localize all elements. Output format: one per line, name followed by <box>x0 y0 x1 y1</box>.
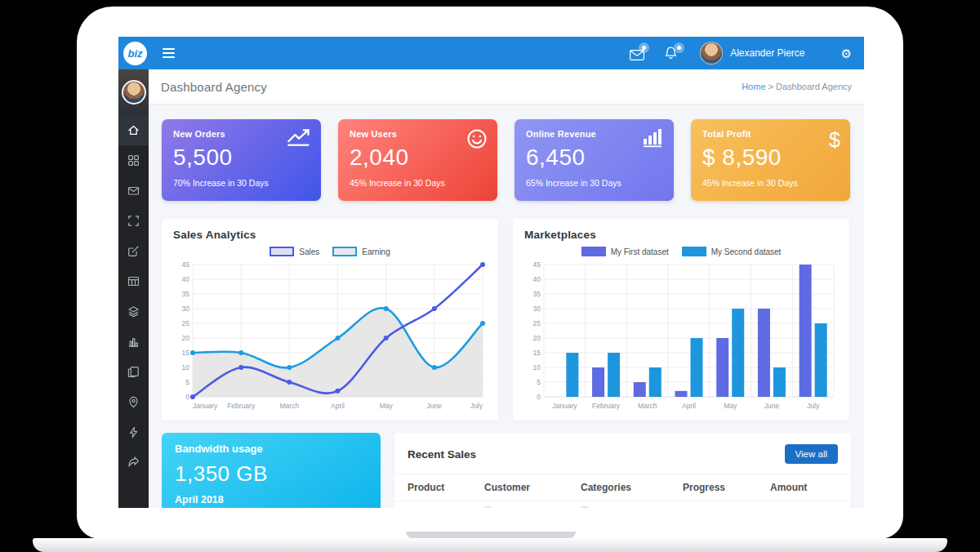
bell-icon[interactable] <box>665 47 679 60</box>
legend-chip <box>581 247 606 256</box>
legend-item[interactable]: Sales <box>270 247 319 256</box>
sidebar-item-compose[interactable] <box>118 236 149 266</box>
sidebar-item-charts[interactable] <box>118 327 149 357</box>
sidebar <box>118 69 149 508</box>
stat-label: New Users <box>350 129 486 139</box>
mail-icon[interactable] <box>630 47 644 60</box>
stat-value: 6,450 <box>526 145 662 171</box>
legend-chip <box>682 247 706 256</box>
svg-text:25: 25 <box>533 319 541 327</box>
page-title: Dashboard Agency <box>161 80 267 94</box>
bottom-row: Bandwidth usage 1,350 GB April 2018 Rece… <box>162 433 851 508</box>
svg-text:20: 20 <box>533 334 541 342</box>
line-chart: 051015202530354045JanuaryFebruaryMarchAp… <box>173 260 487 413</box>
svg-text:March: March <box>638 402 657 410</box>
stat-card-online-revenue: Online Revenue 6,450 65% Increase in 30 … <box>514 119 674 201</box>
legend-item[interactable]: Earning <box>332 247 390 256</box>
svg-text:June: June <box>427 402 443 410</box>
laptop-mockup: biz Alexander P <box>0 0 980 552</box>
bandwidth-period: April 2018 <box>175 494 368 505</box>
sidebar-item-apps[interactable] <box>118 145 149 176</box>
stat-value: 5,500 <box>173 145 310 171</box>
recent-sales-header: Recent Sales View all <box>394 433 851 474</box>
svg-text:40: 40 <box>182 275 190 283</box>
svg-text:July: July <box>807 402 820 410</box>
bandwidth-title: Bandwidth usage <box>175 443 368 455</box>
table-row <box>394 501 851 508</box>
svg-text:25: 25 <box>182 319 190 327</box>
breadcrumb-separator: > <box>766 82 777 91</box>
svg-text:20: 20 <box>182 334 190 342</box>
content: New Orders 5,500 70% Increase in 30 Days… <box>149 104 864 508</box>
sidebar-item-share[interactable] <box>118 447 149 478</box>
svg-text:10: 10 <box>182 363 190 372</box>
breadcrumb-current: Dashboard Agency <box>776 82 852 91</box>
svg-text:March: March <box>280 402 300 410</box>
bandwidth-value: 1,350 GB <box>175 461 368 487</box>
column-header-customer: Customer <box>484 482 581 493</box>
svg-text:May: May <box>380 402 394 410</box>
sidebar-item-home[interactable] <box>118 115 149 145</box>
svg-text:April: April <box>331 402 345 410</box>
menu-icon[interactable] <box>163 46 175 60</box>
svg-text:February: February <box>592 402 621 410</box>
user-name[interactable]: Alexander Pierce <box>730 47 804 59</box>
svg-text:July: July <box>470 402 483 410</box>
page-header: Dashboard Agency Home > Dashboard Agency <box>149 69 864 104</box>
table-header-row: Product Customer Categories Progress Amo… <box>394 474 851 501</box>
svg-text:0: 0 <box>185 393 189 401</box>
column-header-amount: Amount <box>770 482 838 493</box>
stat-card-total-profit: Total Profit $ 8,590 45% Increase in 30 … <box>691 119 850 201</box>
sidebar-item-mail[interactable] <box>118 176 149 206</box>
stat-card-new-orders: New Orders 5,500 70% Increase in 30 Days <box>162 119 321 201</box>
column-header-categories: Categories <box>581 482 683 493</box>
sidebar-item-flash[interactable] <box>118 417 149 447</box>
bar-chart: 051015202530354045JanuaryFebruaryMarchAp… <box>524 260 838 413</box>
svg-text:5: 5 <box>185 378 189 386</box>
fullscreen-icon <box>127 215 140 227</box>
sidebar-item-layers[interactable] <box>118 296 149 327</box>
mail-icon <box>127 185 140 197</box>
view-all-button[interactable]: View all <box>785 444 838 464</box>
share-icon <box>127 456 140 469</box>
stat-value: 2,040 <box>350 145 486 171</box>
gear-icon[interactable]: ⚙ <box>841 47 852 60</box>
legend-item[interactable]: My First dataset <box>581 247 669 256</box>
user-avatar[interactable] <box>700 42 723 65</box>
breadcrumb-home[interactable]: Home <box>742 82 765 91</box>
stat-cards-row: New Orders 5,500 70% Increase in 30 Days… <box>162 119 851 201</box>
sidebar-avatar[interactable] <box>118 69 149 115</box>
laptop-notch <box>406 532 576 538</box>
svg-text:January: January <box>552 402 577 410</box>
sidebar-item-pages[interactable] <box>118 357 149 387</box>
legend-item[interactable]: My Second dataset <box>682 247 782 256</box>
legend-chip <box>270 247 294 256</box>
app-logo[interactable]: biz <box>123 42 147 65</box>
top-navbar: biz Alexander P <box>118 37 864 69</box>
svg-text:40: 40 <box>533 275 541 283</box>
trend-up-icon <box>287 128 311 147</box>
layers-icon <box>127 305 140 318</box>
bar-chart-icon <box>127 336 140 348</box>
svg-text:45: 45 <box>533 260 541 269</box>
legend-chip <box>332 247 357 256</box>
stat-note: 45% Increase in 30 Days <box>702 178 839 188</box>
bandwidth-card: Bandwidth usage 1,350 GB April 2018 <box>162 433 381 508</box>
sidebar-item-fullscreen[interactable] <box>118 206 149 236</box>
stat-label: Total Profit <box>702 129 839 139</box>
sidebar-item-location[interactable] <box>118 387 149 417</box>
table-icon <box>127 275 140 287</box>
flash-icon <box>127 426 140 438</box>
svg-text:35: 35 <box>182 290 190 298</box>
bar-chart-icon <box>641 128 664 148</box>
chart-title: Marketplaces <box>524 229 838 241</box>
stat-note: 45% Increase in 30 Days <box>350 178 486 188</box>
breadcrumb: Home > Dashboard Agency <box>742 82 852 91</box>
laptop-base <box>33 538 947 552</box>
svg-text:April: April <box>682 402 696 410</box>
chart-title: Sales Analytics <box>173 229 487 241</box>
sidebar-item-tables[interactable] <box>118 266 149 296</box>
marketplaces-card: Marketplaces My First datasetMy Second d… <box>513 219 849 421</box>
svg-text:5: 5 <box>537 378 541 386</box>
location-icon <box>127 396 140 408</box>
